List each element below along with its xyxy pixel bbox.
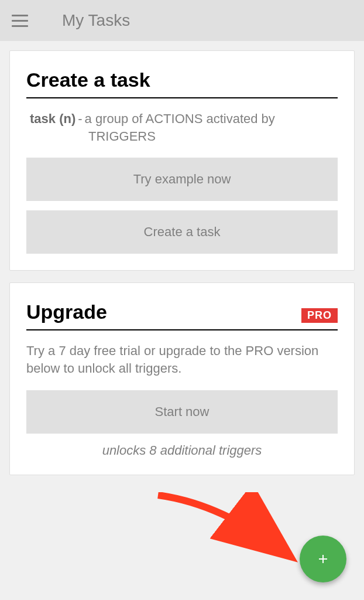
pro-badge: PRO xyxy=(301,308,338,323)
plus-icon xyxy=(316,552,330,566)
upgrade-title-row: Upgrade PRO xyxy=(26,301,338,330)
create-task-button[interactable]: Create a task xyxy=(26,210,338,254)
page-title: My Tasks xyxy=(62,11,130,30)
definition-line1: a group of ACTIONS activated by xyxy=(85,111,275,126)
try-example-button[interactable]: Try example now xyxy=(26,158,338,201)
app-bar: My Tasks xyxy=(0,0,364,41)
upgrade-title: Upgrade xyxy=(26,301,107,323)
definition-separator: - xyxy=(78,111,82,126)
create-task-card: Create a task task (n)-a group of ACTION… xyxy=(9,50,355,271)
start-now-button[interactable]: Start now xyxy=(26,390,338,434)
upgrade-card: Upgrade PRO Try a 7 day free trial or up… xyxy=(9,282,355,475)
task-definition: task (n)-a group of ACTIONS activated by… xyxy=(26,110,338,145)
annotation-arrow xyxy=(152,492,316,574)
definition-term: task (n) xyxy=(30,111,75,126)
add-fab[interactable] xyxy=(300,536,346,582)
definition-line2: TRIGGERS xyxy=(88,128,338,145)
content-area: Create a task task (n)-a group of ACTION… xyxy=(0,41,364,496)
upgrade-description: Try a 7 day free trial or upgrade to the… xyxy=(26,342,338,377)
unlock-note: unlocks 8 additional triggers xyxy=(26,443,338,458)
create-task-title: Create a task xyxy=(26,69,338,98)
menu-icon[interactable] xyxy=(12,10,33,31)
